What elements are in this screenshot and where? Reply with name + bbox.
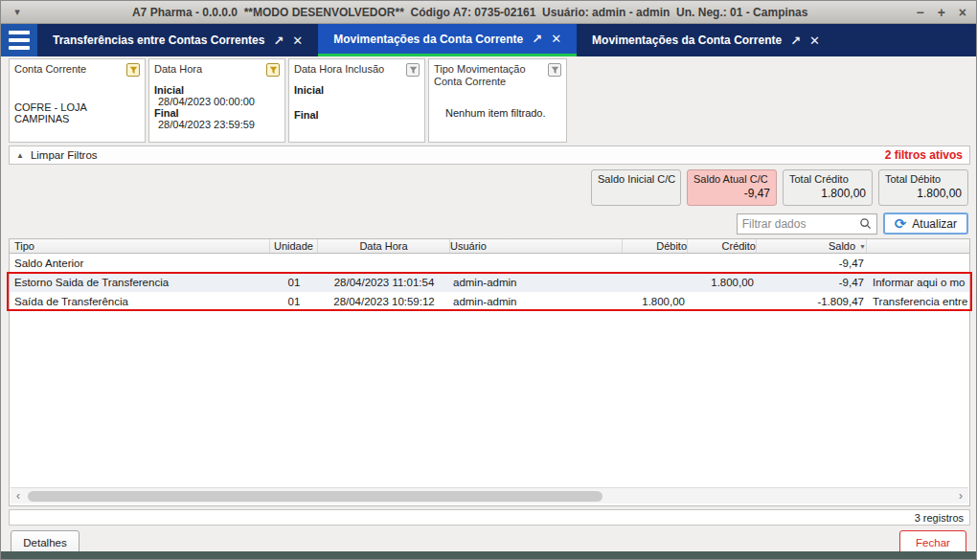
- filter-panel-title: Conta Corrente: [14, 63, 86, 76]
- summary-total-credito: Total Crédito 1.800,00: [783, 169, 873, 206]
- active-filters-count: 2 filtros ativos: [885, 148, 963, 162]
- summary-boxes: Saldo Inicial C/C Saldo Atual C/C -9,47 …: [591, 169, 968, 206]
- cell-saldo: -9,47: [757, 258, 867, 269]
- summary-label: Total Débito: [885, 173, 962, 185]
- filter-icon[interactable]: [548, 63, 561, 77]
- column-header-usuario[interactable]: Usuário: [450, 239, 623, 253]
- cell-debito: 1.800,00: [623, 296, 688, 307]
- summary-value: 1.800,00: [885, 187, 962, 200]
- tab-transferencias-entre-contas[interactable]: Transferências entre Contas Correntes ↗ …: [37, 24, 318, 56]
- column-header-obs[interactable]: [867, 239, 967, 253]
- records-count: 3 registros: [915, 512, 964, 524]
- cell-data-hora: 28/04/2023 10:59:12: [318, 296, 450, 307]
- search-icon: [859, 217, 872, 230]
- cell-obs: Informar aqui o mo: [867, 277, 967, 288]
- filter-panel-title: Data Hora: [154, 63, 202, 76]
- title-bar: ▾ A7 Pharma - 0.0.0.0 **MODO DESENVOLVED…: [1, 1, 976, 24]
- table-header-row: Tipo Unidade Data Hora Usuário Débito Cr…: [10, 239, 969, 254]
- tab-close-icon[interactable]: ✕: [809, 34, 820, 48]
- clear-filters-label: Limpar Filtros: [31, 149, 98, 161]
- main-menu-button[interactable]: [1, 24, 37, 56]
- cell-obs: Transferencia entre: [867, 296, 967, 307]
- summary-label: Saldo Atual C/C: [693, 173, 770, 185]
- cell-data-hora: 28/04/2023 11:01:54: [318, 277, 450, 288]
- scroll-left-icon[interactable]: ‹: [11, 489, 26, 503]
- column-header-tipo[interactable]: Tipo: [10, 239, 270, 253]
- tab-popout-icon[interactable]: ↗: [532, 32, 542, 46]
- horizontal-scrollbar[interactable]: ‹ ›: [11, 487, 968, 504]
- cell-tipo: Saída de Transferência: [10, 296, 270, 307]
- summary-label: Total Crédito: [789, 173, 866, 185]
- summary-value: 1.800,00: [789, 187, 866, 200]
- filter-panel-title: Tipo Movimentação: [434, 63, 526, 75]
- clear-filters-bar[interactable]: ▲ Limpar Filtros 2 filtros ativos: [9, 146, 970, 165]
- tab-bar: Transferências entre Contas Correntes ↗ …: [1, 24, 976, 56]
- refresh-icon: ⟳: [895, 216, 907, 231]
- summary-saldo-atual: Saldo Atual C/C -9,47: [687, 169, 777, 206]
- filter-final-label: Final: [294, 109, 420, 121]
- cell-credito: 1.800,00: [688, 277, 757, 288]
- filter-value: CAMPINAS: [14, 113, 140, 124]
- summary-saldo-inicial: Saldo Inicial C/C: [591, 169, 681, 206]
- collapse-triangle-icon: ▲: [16, 151, 24, 160]
- hamburger-icon: [9, 31, 30, 34]
- close-window-button[interactable]: ×: [959, 1, 966, 24]
- tab-label: Transferências entre Contas Correntes: [53, 34, 264, 47]
- filter-icon[interactable]: [126, 63, 140, 77]
- window-menu-arrow-icon[interactable]: ▾: [1, 6, 34, 18]
- filter-data-input[interactable]: [742, 217, 859, 231]
- tab-close-icon[interactable]: ✕: [551, 32, 561, 46]
- table-row-saida-transferencia[interactable]: Saída de Transferência 01 28/04/2023 10:…: [10, 292, 969, 311]
- table-row-saldo-anterior[interactable]: Saldo Anterior -9,47: [10, 254, 969, 273]
- filter-panel-title-line2: Conta Corrente: [434, 76, 506, 87]
- filter-data-searchbox[interactable]: [737, 213, 877, 235]
- tab-close-icon[interactable]: ✕: [292, 34, 303, 48]
- column-header-unidade[interactable]: Unidade: [270, 239, 318, 253]
- tab-popout-icon[interactable]: ↗: [790, 34, 801, 48]
- window-bottom-strip: [1, 551, 976, 559]
- tab-movimentacoes-conta-corrente-2[interactable]: Movimentações da Conta Corrente ↗ ✕: [577, 24, 835, 56]
- filter-final-value: 28/04/2023 23:59:59: [154, 119, 280, 130]
- summary-total-debito: Total Débito 1.800,00: [878, 169, 968, 206]
- column-header-debito[interactable]: Débito: [623, 239, 688, 253]
- window-title: A7 Pharma - 0.0.0.0 **MODO DESENVOLVEDOR…: [34, 6, 906, 19]
- maximize-button[interactable]: +: [938, 1, 945, 24]
- scrollbar-thumb[interactable]: [28, 491, 602, 502]
- table-row-estorno-saida[interactable]: Estorno Saida de Transferencia 01 28/04/…: [10, 273, 969, 292]
- filter-inicial-value: 28/04/2023 00:00:00: [154, 96, 280, 107]
- cell-tipo: Saldo Anterior: [10, 258, 270, 269]
- tab-movimentacoes-conta-corrente-active[interactable]: Movimentações da Conta Corrente ↗ ✕: [318, 24, 577, 56]
- filter-panel-tipo-movimentacao: Tipo Movimentação Conta Corrente Nenhum …: [428, 58, 567, 143]
- filter-panel-data-hora-inclusao: Data Hora Inclusão Inicial Final: [288, 58, 425, 143]
- cell-usuario: admin-admin: [450, 296, 623, 307]
- atualizar-label: Atualizar: [912, 217, 957, 231]
- sort-desc-icon: ▼: [859, 243, 866, 250]
- summary-value: -9,47: [693, 187, 770, 200]
- minimize-button[interactable]: −: [916, 1, 923, 24]
- app-window: ▾ A7 Pharma - 0.0.0.0 **MODO DESENVOLVED…: [0, 0, 977, 560]
- records-count-bar: 3 registros: [9, 509, 970, 526]
- column-header-credito[interactable]: Crédito: [688, 239, 757, 253]
- cell-usuario: admin-admin: [450, 277, 623, 288]
- column-header-data-hora[interactable]: Data Hora: [318, 239, 450, 253]
- tab-label: Movimentações da Conta Corrente: [333, 33, 523, 46]
- filter-inicial-label: Inicial: [294, 84, 420, 96]
- filter-icon[interactable]: [406, 63, 420, 77]
- table-toolbar: ⟳ Atualizar: [737, 213, 968, 235]
- column-header-saldo[interactable]: Saldo▼: [757, 239, 867, 253]
- cell-saldo: -9,47: [757, 277, 867, 288]
- filter-panel-title: Data Hora Inclusão: [294, 63, 384, 76]
- filter-empty-text: Nenhum item filtrado.: [445, 107, 546, 119]
- atualizar-button[interactable]: ⟳ Atualizar: [883, 213, 968, 235]
- transactions-table: Tipo Unidade Data Hora Usuário Débito Cr…: [9, 238, 970, 506]
- tab-label: Movimentações da Conta Corrente: [592, 34, 782, 47]
- cell-unidade: 01: [270, 277, 318, 288]
- scrollbar-track[interactable]: [26, 488, 953, 504]
- filter-final-label: Final: [154, 107, 280, 119]
- filter-icon[interactable]: [266, 63, 280, 77]
- scroll-right-icon[interactable]: ›: [953, 489, 968, 503]
- cell-unidade: 01: [270, 296, 318, 307]
- filter-panel-data-hora: Data Hora Inicial 28/04/2023 00:00:00 Fi…: [148, 58, 285, 143]
- tab-popout-icon[interactable]: ↗: [273, 34, 284, 48]
- filter-value: COFRE - LOJA: [14, 101, 140, 113]
